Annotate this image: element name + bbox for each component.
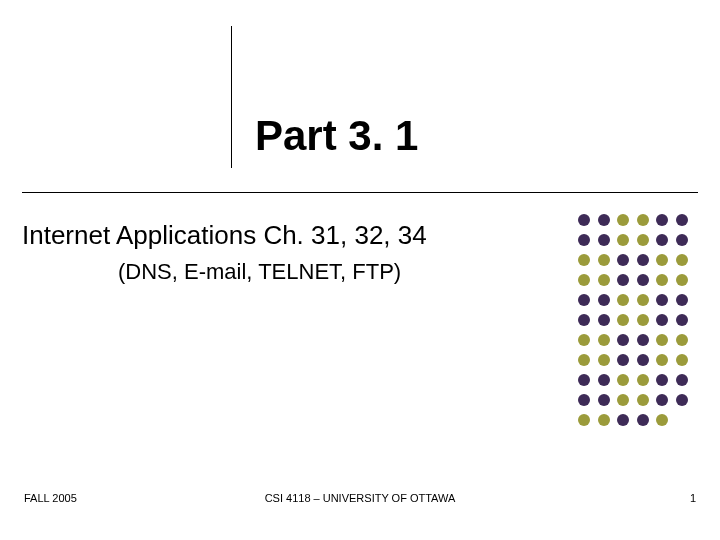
body-line-1: Internet Applications Ch. 31, 32, 34 xyxy=(22,220,427,251)
dot-purple xyxy=(676,234,688,246)
dot-olive xyxy=(598,354,610,366)
dot-olive xyxy=(578,334,590,346)
dot-purple xyxy=(578,374,590,386)
dot-grid-decoration xyxy=(578,214,688,434)
dot-purple xyxy=(656,214,668,226)
dot-olive xyxy=(617,394,629,406)
dot-purple xyxy=(617,254,629,266)
dot-row xyxy=(578,214,688,226)
dot-olive xyxy=(598,414,610,426)
slide: Part 3. 1 Internet Applications Ch. 31, … xyxy=(0,0,720,540)
dot-olive xyxy=(637,214,649,226)
dot-olive xyxy=(637,234,649,246)
dot-olive xyxy=(676,334,688,346)
dot-purple xyxy=(637,334,649,346)
dot-purple xyxy=(578,394,590,406)
dot-row xyxy=(578,314,688,326)
dot-olive xyxy=(637,374,649,386)
dot-olive xyxy=(578,254,590,266)
title-horizontal-rule xyxy=(22,192,698,193)
dot-olive xyxy=(617,374,629,386)
dot-olive xyxy=(656,414,668,426)
dot-purple xyxy=(617,274,629,286)
dot-purple xyxy=(617,354,629,366)
dot-olive xyxy=(656,334,668,346)
dot-purple xyxy=(598,214,610,226)
dot-row xyxy=(578,374,688,386)
dot-purple xyxy=(676,314,688,326)
dot-row xyxy=(578,274,688,286)
dot-olive xyxy=(578,274,590,286)
dot-purple xyxy=(598,394,610,406)
dot-purple xyxy=(656,234,668,246)
dot-purple xyxy=(676,374,688,386)
dot-row xyxy=(578,394,688,406)
dot-purple xyxy=(676,294,688,306)
dot-purple xyxy=(598,234,610,246)
dot-purple xyxy=(656,394,668,406)
dot-purple xyxy=(578,314,590,326)
dot-purple xyxy=(637,354,649,366)
dot-row xyxy=(578,354,688,366)
dot-purple xyxy=(578,234,590,246)
footer-center: CSI 4118 – UNIVERSITY OF OTTAWA xyxy=(0,492,720,504)
dot-olive xyxy=(637,394,649,406)
dot-purple xyxy=(637,254,649,266)
dot-purple xyxy=(637,414,649,426)
dot-purple xyxy=(617,414,629,426)
dot-olive xyxy=(656,254,668,266)
dot-olive xyxy=(656,274,668,286)
dot-purple xyxy=(656,374,668,386)
dot-purple xyxy=(598,314,610,326)
dot-purple xyxy=(578,294,590,306)
dot-olive xyxy=(676,254,688,266)
dot-row xyxy=(578,414,688,426)
title-vertical-rule xyxy=(231,26,232,168)
dot-purple xyxy=(617,334,629,346)
dot-olive xyxy=(578,414,590,426)
dot-olive xyxy=(598,274,610,286)
dot-olive xyxy=(676,274,688,286)
dot-purple xyxy=(656,314,668,326)
dot-purple xyxy=(656,294,668,306)
dot-purple xyxy=(598,374,610,386)
dot-olive xyxy=(617,234,629,246)
dot-row xyxy=(578,234,688,246)
dot-row xyxy=(578,254,688,266)
dot-purple xyxy=(578,214,590,226)
dot-olive xyxy=(578,354,590,366)
dot-olive xyxy=(617,294,629,306)
dot-purple xyxy=(676,214,688,226)
dot-purple xyxy=(598,294,610,306)
dot-olive xyxy=(598,334,610,346)
dot-row xyxy=(578,334,688,346)
dot-olive xyxy=(637,314,649,326)
body-line-2: (DNS, E-mail, TELNET, FTP) xyxy=(118,259,401,285)
dot-olive xyxy=(637,294,649,306)
dot-row xyxy=(578,294,688,306)
slide-title: Part 3. 1 xyxy=(255,112,418,160)
dot-olive xyxy=(598,254,610,266)
dot-purple xyxy=(637,274,649,286)
dot-purple xyxy=(676,394,688,406)
dot-olive xyxy=(617,314,629,326)
dot-olive xyxy=(617,214,629,226)
footer-page-number: 1 xyxy=(690,492,696,504)
dot-olive xyxy=(676,354,688,366)
dot-olive xyxy=(656,354,668,366)
